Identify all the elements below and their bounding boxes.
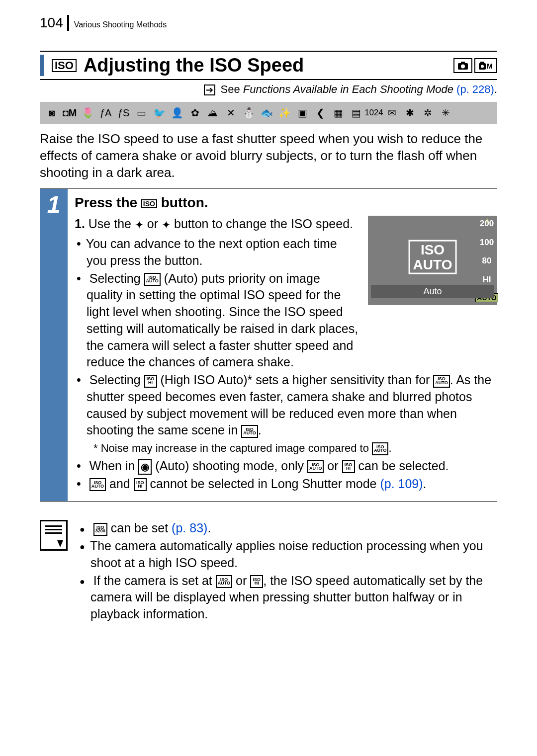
list-item: 1. Use the ✦ or ✦ button to change the I…: [75, 216, 359, 233]
iso-hi-icon: ISOHI: [250, 575, 263, 588]
iso-hi-icon: ISOHI: [144, 375, 157, 388]
mode-icon: ƒA: [98, 106, 112, 120]
mode-icon: 🐟: [260, 106, 273, 120]
see-page-link[interactable]: (p. 228): [453, 83, 494, 95]
step-number: 1: [40, 189, 68, 501]
step-text: 1. Use the ✦ or ✦ button to change the I…: [75, 216, 359, 372]
lcd-bottom: Auto: [368, 285, 497, 298]
list-item: ISO3200 can be set (p. 83).: [78, 520, 497, 537]
mode-icon: ▭: [134, 106, 148, 120]
see-period: .: [494, 83, 497, 95]
mode-icon: ƒS: [116, 106, 130, 120]
mode-icon: ◘M: [63, 106, 77, 120]
lcd-val: 100: [480, 238, 494, 248]
ol1-c: button to change the ISO speed.: [171, 217, 353, 231]
iso-button-icon: ISO: [141, 199, 157, 208]
mode-icon: ▤: [349, 106, 363, 120]
b3b: (High ISO Auto)* sets a higher sensitivi…: [157, 373, 434, 387]
note-b: .: [388, 442, 391, 454]
b4d: can be selected.: [355, 459, 449, 473]
b5c: cannot be selected in Long Shutter mode: [147, 477, 380, 491]
mode-icon: ✨: [277, 106, 291, 120]
section-heading: Adjusting the ISO Speed: [84, 55, 453, 76]
ol1-a: Use the: [89, 217, 135, 231]
step-title-post: button.: [157, 195, 208, 210]
arrow-icon: ➔: [204, 84, 215, 95]
mode-icon: 👤: [170, 106, 184, 120]
see-prefix: See: [221, 83, 243, 95]
page-number: 104: [40, 15, 69, 31]
b5b: and: [106, 477, 134, 491]
mode-icon: 🌷: [81, 106, 94, 120]
lcd-val: HI: [483, 275, 491, 285]
step-title: Press the ISO button.: [75, 195, 497, 211]
intro-paragraph: Raise the ISO speed to use a fast shutte…: [40, 131, 497, 181]
iso-auto-icon: ISOAUTO: [372, 442, 388, 455]
section-accent: [40, 55, 44, 76]
list-item: ISOAUTO and ISOHI cannot be selected in …: [75, 476, 497, 493]
mode-icon: 1024: [367, 106, 381, 120]
iso-auto-icon: ISOAUTO: [216, 575, 232, 588]
iso-auto-icon: ISOAUTO: [90, 478, 106, 491]
lcd-bottom-label: Auto: [371, 285, 494, 298]
page-link-83[interactable]: (p. 83): [172, 521, 207, 535]
svg-rect-1: [461, 62, 465, 64]
iso-3200-icon: ISO3200: [93, 523, 107, 536]
t1c: .: [207, 521, 211, 535]
mode-icon: ✕: [224, 106, 238, 120]
b3a: Selecting: [90, 373, 144, 387]
bullet-list-top: You can advance to the next option each …: [75, 236, 359, 371]
see-italic: Functions Available in Each Shooting Mod…: [243, 83, 453, 95]
b5d: .: [423, 477, 427, 491]
svg-point-5: [481, 65, 484, 68]
b4b: (Auto) shooting mode, only: [152, 459, 307, 473]
svg-text:M: M: [487, 62, 493, 70]
list-item: You can advance to the next option each …: [75, 236, 359, 269]
bullet-list-cont: Selecting ISOHI (High ISO Auto)* sets a …: [75, 372, 497, 492]
mode-icon: ⛰: [206, 106, 220, 120]
note-icon: [40, 520, 68, 551]
mode-icon: ⛄: [242, 106, 256, 120]
auto-mode-icon: ◉: [138, 459, 152, 475]
t3a: If the camera is set at: [93, 574, 216, 588]
camera-m-mode-icon: M: [474, 58, 497, 73]
mode-icon: ❮: [313, 106, 327, 120]
b2a: Selecting: [90, 271, 144, 285]
note-a: * Noise may increase in the captured ima…: [93, 442, 372, 454]
t3b: or: [232, 574, 250, 588]
mode-icon: ✱: [403, 106, 417, 120]
step-row: 1. Use the ✦ or ✦ button to change the I…: [75, 216, 497, 372]
b2b: (Auto) puts priority on image quality in…: [87, 271, 358, 369]
ol1-b: or: [144, 217, 162, 231]
page-link-109[interactable]: (p. 109): [380, 477, 423, 491]
section-title-bar: ISO Adjusting the ISO Speed M: [40, 51, 497, 80]
lcd-val: 200: [480, 219, 494, 229]
page: 104 Various Shooting Methods ISO Adjusti…: [0, 0, 537, 654]
numbered-list: 1. Use the ✦ or ✦ button to change the I…: [75, 216, 359, 233]
list-item: Selecting ISOAUTO (Auto) puts priority o…: [75, 270, 359, 371]
down-arrow-icon: ✦: [162, 218, 171, 233]
mode-icon: ◙: [45, 106, 59, 120]
page-header: 104 Various Shooting Methods: [40, 15, 497, 31]
b3d: .: [258, 423, 262, 437]
iso-auto-icon: ISOAUTO: [144, 273, 161, 286]
svg-point-2: [461, 64, 465, 68]
lcd-preview: ▲ ISOAUTO 200 100 80 HI AUTO Auto: [368, 216, 497, 305]
iso-hi-icon: ISOHI: [134, 478, 147, 491]
scene-mode-strip: ◙ ◘M 🌷 ƒA ƒS ▭ 🐦 👤 ✿ ⛰ ✕ ⛄ 🐟 ✨ ▣ ❮ ▦ ▤ 1…: [40, 102, 497, 124]
list-item: When in ◉ (Auto) shooting mode, only ISO…: [75, 458, 497, 475]
see-reference: ➔ See Functions Available in Each Shooti…: [40, 83, 497, 96]
t1b: can be set: [107, 521, 172, 535]
b4a: When in: [90, 459, 139, 473]
camera-mode-icon: [453, 58, 472, 73]
mode-icon: ✉: [385, 106, 399, 120]
lcd-val: 80: [482, 256, 492, 266]
iso-auto-icon: ISOAUTO: [307, 460, 324, 473]
mode-icon: ▣: [295, 106, 309, 120]
mode-icon: ✿: [188, 106, 202, 120]
footnote: * Noise may increase in the captured ima…: [87, 441, 497, 456]
svg-rect-4: [480, 62, 484, 64]
lcd-center-label: ISOAUTO: [409, 240, 457, 274]
mode-badges: M: [453, 58, 497, 73]
iso-hi-icon: ISOHI: [342, 460, 355, 473]
